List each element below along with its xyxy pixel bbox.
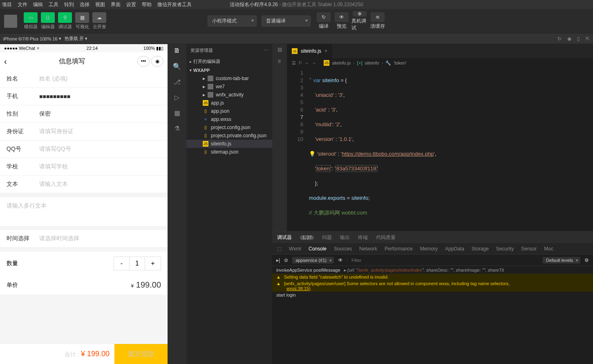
menu-item[interactable]: 设置 — [126, 1, 136, 8]
tree-folder[interactable]: ▸custom-tab-bar — [186, 74, 272, 83]
qty-minus[interactable]: - — [114, 257, 130, 270]
qty-value[interactable]: 1 — [130, 257, 145, 270]
menu-item[interactable]: 项目 — [2, 1, 12, 8]
devtools-tab[interactable]: Sensor — [521, 246, 537, 252]
debugger-toggle[interactable]: ⚲调试器 — [57, 11, 73, 31]
gear-icon[interactable]: ⚙ — [584, 257, 589, 263]
devtools-tab[interactable]: Sources — [334, 246, 352, 252]
tree-file[interactable]: {}sitemap.json — [186, 148, 272, 156]
clear-icon[interactable]: ⊘ — [284, 257, 288, 263]
form-row-phone[interactable]: 手机■■■■■■■■■ — [0, 88, 168, 105]
form-row-school[interactable]: 学校请填写学校 — [0, 158, 168, 176]
tree-file[interactable]: {}app.json — [186, 107, 272, 115]
devtools-tab[interactable]: Console — [309, 246, 327, 252]
levels-select[interactable]: Default levels — [543, 257, 580, 264]
menu-item[interactable]: 转到 — [64, 1, 74, 8]
breadcrumb[interactable]: ☰ ⚐ ← → JS siteinfo.js› [∘] siteinfo› 🔧 … — [287, 58, 593, 68]
lightbulb-icon[interactable]: 💡 — [309, 151, 316, 157]
popout-icon[interactable]: ⇱ — [586, 36, 590, 42]
simulator-toggle[interactable]: ▭模拟器 — [23, 11, 38, 31]
devtools-tab[interactable]: AppData — [445, 246, 464, 252]
menu-item[interactable]: 微信开发者工具 — [157, 1, 192, 8]
workspace-root[interactable]: ▾WXAPP — [186, 66, 272, 74]
list-icon[interactable]: ☰ — [292, 60, 296, 66]
menu-item[interactable]: 选择 — [80, 1, 90, 8]
tree-file[interactable]: JSapp.js — [186, 99, 272, 107]
debug-tab[interactable]: 输出 — [340, 234, 350, 241]
devtools-tab[interactable]: Performance — [385, 246, 413, 252]
editor-tab[interactable]: JS siteinfo.js × — [287, 44, 332, 58]
forward-icon[interactable]: → — [312, 60, 316, 65]
form-textarea[interactable]: 请输入多行文本 — [0, 197, 168, 226]
form-row-qq[interactable]: QQ号请填写QQ号 — [0, 141, 168, 158]
preview-button[interactable]: 👁预览 — [333, 11, 350, 31]
remote-debug-button[interactable]: ✻真机调试 — [351, 11, 368, 31]
back-icon[interactable]: ‹ — [4, 57, 7, 66]
menu-item[interactable]: 编辑 — [33, 1, 43, 8]
branch-icon[interactable]: ⎇ — [173, 78, 181, 86]
close-capsule[interactable]: ◉ — [151, 56, 163, 67]
debug-icon[interactable]: ▷ — [173, 93, 181, 101]
devtools-tab[interactable]: Memory — [420, 246, 438, 252]
form-row-name[interactable]: 姓名姓名 (必填) — [0, 70, 168, 88]
split-icon[interactable]: ⫼ — [277, 58, 282, 64]
devtools-tab[interactable]: Network — [359, 246, 377, 252]
mode-select[interactable]: 小程序模式 — [208, 16, 257, 27]
explorer-icon[interactable]: 🗎 — [173, 47, 181, 55]
menu-item[interactable]: 文件 — [18, 1, 27, 8]
more-icon[interactable]: ⋯ — [264, 48, 268, 53]
tree-file[interactable]: {}project.config.json — [186, 123, 272, 132]
tree-folder[interactable]: ▸wnfx_activity — [186, 91, 272, 99]
console-log[interactable]: invokeAppService postMessage ▸ {url: "/w… — [272, 266, 593, 309]
extensions-icon[interactable]: ▦ — [173, 109, 181, 117]
filter-input[interactable] — [347, 258, 539, 263]
bookmark-icon[interactable]: ⚐ — [298, 60, 302, 66]
form-row-text[interactable]: 文本请输入文本 — [0, 176, 168, 193]
tree-file[interactable]: JSsiteinfo.js — [186, 140, 272, 148]
compile-button[interactable]: ↻编译 — [316, 11, 332, 31]
debug-tab[interactable]: 问题 — [322, 234, 332, 241]
qty-plus[interactable]: + — [145, 257, 161, 270]
visual-toggle[interactable]: ▦可视化 — [74, 11, 90, 31]
form-row-time[interactable]: 时间选择请选择时间选择 — [0, 230, 168, 248]
clear-cache-button[interactable]: ≋清缓存 — [369, 11, 386, 31]
menu-item[interactable]: 视图 — [95, 1, 105, 8]
form-row-gender[interactable]: 性别保密 — [0, 105, 168, 123]
close-icon[interactable]: × — [324, 48, 327, 54]
menu-item[interactable]: 工具 — [49, 1, 58, 8]
device-select[interactable]: iPhone 6/7/8 Plus 100% 16▾ — [3, 36, 61, 41]
open-editors-section[interactable]: ▸打开的编辑器 — [186, 57, 272, 66]
menu-item[interactable]: 界面 — [111, 1, 121, 8]
tree-file[interactable]: {}project.private.config.json — [186, 132, 272, 140]
lab-icon[interactable]: ⚗ — [173, 124, 181, 132]
compile-select[interactable]: 普通编译 — [262, 16, 311, 27]
devtools-tab[interactable]: Storage — [472, 246, 489, 252]
tree-file[interactable]: ≡app.wxss — [186, 115, 272, 123]
menu-item[interactable]: 帮助 — [142, 1, 152, 8]
code-editor[interactable]: 12345678910 ˅ var siteinfo = { 'uniacid'… — [287, 68, 593, 231]
devtools-tab[interactable]: Wxml — [289, 246, 301, 252]
form-row-idcard[interactable]: 身份证请填写身份证 — [0, 123, 168, 141]
toggle-sidebar-icon[interactable]: ▸| — [276, 257, 280, 263]
refresh-icon[interactable]: ↻ — [557, 36, 562, 42]
device-icon[interactable]: ▯ — [577, 36, 580, 42]
back-icon[interactable]: ← — [305, 60, 309, 65]
devtools-tab[interactable]: Moc — [544, 246, 553, 252]
inspect-icon[interactable]: ⬚ — [277, 246, 282, 252]
debug-tab[interactable]: 代码质量 — [376, 234, 396, 241]
cloud-button[interactable]: ☁云开发 — [92, 11, 107, 31]
avatar[interactable] — [4, 15, 17, 28]
debug-tab[interactable]: 调试器 — [277, 234, 292, 241]
debug-tab[interactable]: 终端 — [358, 234, 368, 241]
submit-button[interactable]: 提交信息 — [114, 344, 168, 364]
editor-toggle[interactable]: ⟨⟩编辑器 — [40, 11, 56, 31]
context-select[interactable]: appservice (#1) — [292, 257, 334, 264]
search-icon[interactable]: 🔍 — [173, 62, 181, 70]
toggle-icon[interactable]: ▤ — [277, 47, 282, 52]
devtools-tab[interactable]: Security — [496, 246, 514, 252]
record-icon[interactable]: ◉ — [567, 36, 571, 42]
hotreload-select[interactable]: 热重载 开▾ — [65, 36, 87, 42]
eye-icon[interactable]: 👁 — [338, 257, 343, 263]
menu-capsule[interactable]: ••• — [137, 56, 150, 67]
tree-folder[interactable]: ▸we7 — [186, 83, 272, 91]
